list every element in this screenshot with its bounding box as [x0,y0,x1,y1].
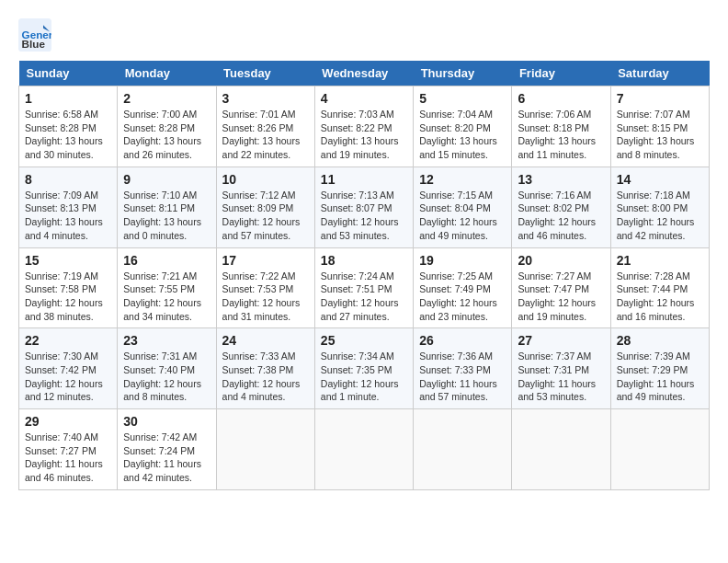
day-number: 25 [321,333,407,348]
day-number: 2 [123,91,210,106]
day-number: 10 [222,172,309,187]
calendar-cell [216,409,314,490]
day-info: Sunrise: 7:03 AMSunset: 8:22 PMDaylight:… [321,108,407,162]
calendar-cell: 17Sunrise: 7:22 AMSunset: 7:53 PMDayligh… [216,247,314,328]
calendar-cell: 24Sunrise: 7:33 AMSunset: 7:38 PMDayligh… [216,328,314,409]
day-info: Sunrise: 7:01 AMSunset: 8:26 PMDaylight:… [222,108,309,162]
day-number: 20 [518,253,604,268]
day-number: 5 [419,91,506,106]
calendar-cell: 15Sunrise: 7:19 AMSunset: 7:58 PMDayligh… [19,247,118,328]
calendar-cell: 11Sunrise: 7:13 AMSunset: 8:07 PMDayligh… [314,167,413,247]
calendar-week-5: 29Sunrise: 7:40 AMSunset: 7:27 PMDayligh… [19,409,710,490]
calendar-table: SundayMondayTuesdayWednesdayThursdayFrid… [18,61,710,490]
day-info: Sunrise: 7:18 AMSunset: 8:00 PMDaylight:… [617,189,703,243]
day-info: Sunrise: 7:07 AMSunset: 8:15 PMDaylight:… [617,108,703,162]
calendar-cell: 30Sunrise: 7:42 AMSunset: 7:24 PMDayligh… [118,409,216,490]
logo-icon: General Blue [18,18,51,52]
day-info: Sunrise: 7:42 AMSunset: 7:24 PMDaylight:… [123,431,210,485]
day-info: Sunrise: 7:39 AMSunset: 7:29 PMDaylight:… [617,350,703,404]
day-number: 17 [222,253,309,268]
day-info: Sunrise: 7:31 AMSunset: 7:40 PMDaylight:… [123,350,210,404]
weekday-header-wednesday: Wednesday [314,61,413,86]
day-number: 28 [617,333,703,348]
page-header: General Blue [18,18,710,52]
day-number: 7 [617,91,703,106]
calendar-cell: 10Sunrise: 7:12 AMSunset: 8:09 PMDayligh… [216,167,314,247]
day-info: Sunrise: 7:37 AMSunset: 7:31 PMDaylight:… [518,350,604,404]
day-info: Sunrise: 7:21 AMSunset: 7:55 PMDaylight:… [123,270,210,324]
day-info: Sunrise: 7:00 AMSunset: 8:28 PMDaylight:… [123,108,210,162]
day-number: 18 [321,253,407,268]
day-info: Sunrise: 7:12 AMSunset: 8:09 PMDaylight:… [222,189,309,243]
weekday-header-sunday: Sunday [19,61,118,86]
day-number: 19 [419,253,506,268]
svg-text:Blue: Blue [22,38,46,50]
calendar-cell [314,409,413,490]
calendar-cell: 8Sunrise: 7:09 AMSunset: 8:13 PMDaylight… [19,167,118,247]
calendar-cell: 1Sunrise: 6:58 AMSunset: 8:28 PMDaylight… [19,86,118,167]
calendar-cell: 12Sunrise: 7:15 AMSunset: 8:04 PMDayligh… [414,167,512,247]
day-number: 27 [518,333,604,348]
day-number: 26 [419,333,506,348]
day-number: 9 [123,172,210,187]
logo: General Blue [18,18,57,52]
day-info: Sunrise: 7:09 AMSunset: 8:13 PMDaylight:… [25,189,111,243]
day-info: Sunrise: 7:10 AMSunset: 8:11 PMDaylight:… [123,189,210,243]
day-info: Sunrise: 7:06 AMSunset: 8:18 PMDaylight:… [518,108,604,162]
day-number: 30 [123,414,210,429]
calendar-cell: 5Sunrise: 7:04 AMSunset: 8:20 PMDaylight… [414,86,512,167]
calendar-cell: 27Sunrise: 7:37 AMSunset: 7:31 PMDayligh… [512,328,610,409]
calendar-cell: 28Sunrise: 7:39 AMSunset: 7:29 PMDayligh… [610,328,709,409]
day-info: Sunrise: 7:22 AMSunset: 7:53 PMDaylight:… [222,270,309,324]
calendar-header: SundayMondayTuesdayWednesdayThursdayFrid… [19,61,710,86]
day-info: Sunrise: 7:34 AMSunset: 7:35 PMDaylight:… [321,350,407,404]
day-info: Sunrise: 7:30 AMSunset: 7:42 PMDaylight:… [25,350,111,404]
day-number: 24 [222,333,309,348]
day-number: 29 [25,414,111,429]
day-number: 8 [25,172,111,187]
day-number: 21 [617,253,703,268]
weekday-header-friday: Friday [512,61,610,86]
day-number: 13 [518,172,604,187]
day-number: 23 [123,333,210,348]
calendar-cell: 21Sunrise: 7:28 AMSunset: 7:44 PMDayligh… [610,247,709,328]
calendar-cell: 22Sunrise: 7:30 AMSunset: 7:42 PMDayligh… [19,328,118,409]
calendar-cell: 20Sunrise: 7:27 AMSunset: 7:47 PMDayligh… [512,247,610,328]
day-info: Sunrise: 7:16 AMSunset: 8:02 PMDaylight:… [518,189,604,243]
day-info: Sunrise: 7:27 AMSunset: 7:47 PMDaylight:… [518,270,604,324]
calendar-week-2: 8Sunrise: 7:09 AMSunset: 8:13 PMDaylight… [19,167,710,247]
calendar-cell: 2Sunrise: 7:00 AMSunset: 8:28 PMDaylight… [118,86,216,167]
calendar-week-3: 15Sunrise: 7:19 AMSunset: 7:58 PMDayligh… [19,247,710,328]
day-number: 3 [222,91,309,106]
weekday-header-monday: Monday [118,61,216,86]
day-number: 12 [419,172,506,187]
weekday-header-row: SundayMondayTuesdayWednesdayThursdayFrid… [19,61,710,86]
day-number: 16 [123,253,210,268]
day-info: Sunrise: 7:13 AMSunset: 8:07 PMDaylight:… [321,189,407,243]
calendar-cell: 19Sunrise: 7:25 AMSunset: 7:49 PMDayligh… [414,247,512,328]
calendar-week-4: 22Sunrise: 7:30 AMSunset: 7:42 PMDayligh… [19,328,710,409]
day-info: Sunrise: 7:40 AMSunset: 7:27 PMDaylight:… [25,431,111,485]
calendar-cell [512,409,610,490]
calendar-cell: 14Sunrise: 7:18 AMSunset: 8:00 PMDayligh… [610,167,709,247]
day-number: 4 [321,91,407,106]
weekday-header-saturday: Saturday [610,61,709,86]
calendar-cell: 16Sunrise: 7:21 AMSunset: 7:55 PMDayligh… [118,247,216,328]
day-number: 11 [321,172,407,187]
weekday-header-tuesday: Tuesday [216,61,314,86]
day-info: Sunrise: 7:15 AMSunset: 8:04 PMDaylight:… [419,189,506,243]
calendar-cell: 18Sunrise: 7:24 AMSunset: 7:51 PMDayligh… [314,247,413,328]
day-info: Sunrise: 7:04 AMSunset: 8:20 PMDaylight:… [419,108,506,162]
calendar-cell: 6Sunrise: 7:06 AMSunset: 8:18 PMDaylight… [512,86,610,167]
calendar-cell [610,409,709,490]
day-number: 1 [25,91,111,106]
calendar-cell: 7Sunrise: 7:07 AMSunset: 8:15 PMDaylight… [610,86,709,167]
day-number: 14 [617,172,703,187]
calendar-cell: 25Sunrise: 7:34 AMSunset: 7:35 PMDayligh… [314,328,413,409]
day-info: Sunrise: 7:28 AMSunset: 7:44 PMDaylight:… [617,270,703,324]
weekday-header-thursday: Thursday [414,61,512,86]
day-info: Sunrise: 7:24 AMSunset: 7:51 PMDaylight:… [321,270,407,324]
day-info: Sunrise: 7:33 AMSunset: 7:38 PMDaylight:… [222,350,309,404]
calendar-cell: 23Sunrise: 7:31 AMSunset: 7:40 PMDayligh… [118,328,216,409]
calendar-cell [414,409,512,490]
